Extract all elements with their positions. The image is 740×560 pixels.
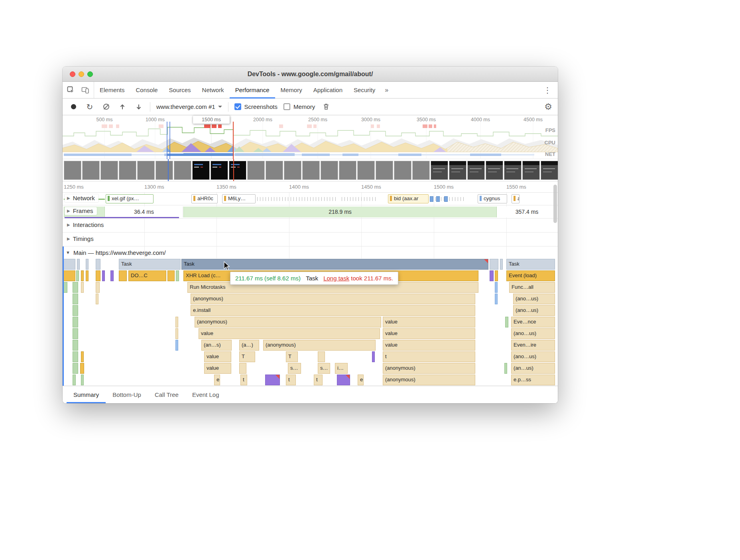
tab-memory[interactable]: Memory bbox=[275, 82, 308, 98]
flame-bar[interactable]: (anonymous) bbox=[195, 317, 381, 327]
network-track[interactable]: ▶ Network xel.gif (px…aHR0cM6Ly…bid (aax… bbox=[63, 193, 558, 205]
load-profile-icon[interactable] bbox=[117, 102, 128, 112]
flame-bar[interactable]: e bbox=[358, 375, 364, 385]
flame-bar[interactable]: (anonymous) bbox=[383, 375, 475, 385]
filmstrip-thumbnail[interactable] bbox=[211, 161, 228, 180]
save-profile-icon[interactable] bbox=[134, 102, 144, 112]
flame-bar[interactable] bbox=[239, 363, 246, 374]
flame-bar[interactable] bbox=[81, 282, 84, 293]
filmstrip-thumbnail[interactable] bbox=[100, 161, 118, 180]
filmstrip-thumbnail[interactable] bbox=[82, 161, 100, 180]
tab-console[interactable]: Console bbox=[130, 82, 163, 98]
tab-application[interactable]: Application bbox=[308, 82, 348, 98]
flame-bar[interactable]: t bbox=[286, 375, 296, 385]
flame-bar[interactable] bbox=[504, 363, 507, 374]
network-request[interactable]: xel.gif (px… bbox=[106, 194, 154, 203]
network-request[interactable]: aHR0c bbox=[191, 194, 218, 203]
flame-bar[interactable] bbox=[318, 351, 325, 362]
flame-bar[interactable] bbox=[63, 270, 75, 281]
filmstrip-thumbnail[interactable] bbox=[541, 161, 558, 180]
flame-bar[interactable] bbox=[73, 340, 78, 351]
flame-bar[interactable] bbox=[110, 270, 114, 281]
clear-recording-icon[interactable] bbox=[101, 102, 111, 112]
frame-block[interactable]: 218.9 ms bbox=[183, 207, 497, 217]
flame-bar[interactable] bbox=[500, 259, 503, 270]
flame-bar[interactable] bbox=[495, 294, 498, 304]
time-ruler[interactable]: 1250 ms1300 ms1350 ms1400 ms1450 ms1500 … bbox=[63, 181, 558, 193]
bottom-tab-event-log[interactable]: Event Log bbox=[185, 386, 226, 403]
filmstrip-thumbnail[interactable] bbox=[522, 161, 540, 180]
flame-bar[interactable] bbox=[96, 270, 100, 281]
filmstrip-thumbnail[interactable] bbox=[394, 161, 411, 180]
filmstrip-thumbnail[interactable] bbox=[321, 161, 338, 180]
flame-bar[interactable] bbox=[490, 270, 494, 281]
filmstrip-thumbnail[interactable] bbox=[412, 161, 430, 180]
flame-bar[interactable] bbox=[167, 270, 175, 281]
flame-bar[interactable] bbox=[81, 270, 84, 281]
filmstrip-thumbnail[interactable] bbox=[284, 161, 301, 180]
flame-bar[interactable] bbox=[372, 351, 375, 362]
flame-bar[interactable] bbox=[495, 282, 498, 293]
filmstrip-thumbnail[interactable] bbox=[504, 161, 522, 180]
more-tabs-chevron[interactable]: » bbox=[381, 82, 392, 98]
flame-bar[interactable] bbox=[73, 328, 78, 339]
garbage-collect-icon[interactable] bbox=[321, 102, 331, 112]
flame-bar[interactable]: DO…C bbox=[128, 270, 166, 281]
flame-bar[interactable]: Func…all bbox=[509, 282, 555, 293]
flame-bar[interactable] bbox=[175, 317, 178, 327]
flame-bar[interactable]: value bbox=[204, 351, 231, 362]
long-task-link[interactable]: Long task bbox=[323, 275, 349, 282]
flame-bar[interactable]: (anonymous) bbox=[383, 363, 475, 374]
memory-checkbox[interactable]: Memory bbox=[283, 103, 315, 110]
bottom-tab-summary[interactable]: Summary bbox=[67, 386, 106, 403]
device-toolbar-icon[interactable] bbox=[80, 85, 91, 95]
flame-bar[interactable]: t bbox=[240, 375, 247, 385]
flame-bar[interactable]: s… bbox=[318, 363, 330, 374]
filmstrip-thumbnail[interactable] bbox=[64, 161, 81, 180]
network-request[interactable]: cygnus bbox=[478, 194, 507, 203]
network-request[interactable]: M6Ly… bbox=[222, 194, 256, 203]
filmstrip-thumbnail[interactable] bbox=[247, 161, 265, 180]
flame-bar[interactable] bbox=[490, 259, 498, 270]
flame-bar[interactable] bbox=[81, 351, 84, 362]
flame-bar[interactable]: value bbox=[383, 317, 475, 327]
bottom-tab-bottom-up[interactable]: Bottom-Up bbox=[106, 386, 148, 403]
filmstrip-thumbnail[interactable] bbox=[174, 161, 191, 180]
flame-bar[interactable]: e.install bbox=[191, 305, 475, 316]
flame-bar[interactable]: value bbox=[383, 340, 475, 351]
filmstrip-thumbnail[interactable] bbox=[486, 161, 503, 180]
flame-bar[interactable] bbox=[76, 270, 79, 281]
flame-bar[interactable] bbox=[119, 270, 127, 281]
flame-bar[interactable]: T bbox=[286, 351, 298, 362]
flame-bar[interactable]: e bbox=[214, 375, 220, 385]
flame-bar[interactable]: Even…ire bbox=[511, 340, 555, 351]
screenshots-checkbox[interactable]: Screenshots bbox=[234, 103, 278, 110]
title-bar[interactable]: DevTools - www.google.com/gmail/about/ bbox=[63, 67, 558, 82]
flame-bar[interactable]: t bbox=[314, 375, 323, 385]
inspect-element-icon[interactable] bbox=[66, 85, 76, 95]
flame-bar[interactable] bbox=[505, 317, 508, 327]
flame-bar[interactable]: Task bbox=[119, 259, 181, 270]
flame-bar[interactable]: (ano…us) bbox=[511, 351, 555, 362]
filmstrip-thumbnail[interactable] bbox=[431, 161, 448, 180]
flame-bar[interactable] bbox=[77, 259, 80, 270]
profile-select[interactable]: www.theverge.com #1 bbox=[156, 103, 222, 110]
filmstrip-thumbnail[interactable] bbox=[357, 161, 375, 180]
flame-bar[interactable]: value bbox=[204, 363, 231, 374]
filmstrip-thumbnail[interactable] bbox=[449, 161, 466, 180]
filmstrip-thumbnail[interactable] bbox=[302, 161, 320, 180]
flame-bar[interactable] bbox=[175, 340, 178, 351]
flame-bar[interactable]: (ano…us) bbox=[513, 305, 555, 316]
flame-bar[interactable] bbox=[265, 375, 280, 385]
flame-bar[interactable]: s… bbox=[288, 363, 301, 374]
tab-sources[interactable]: Sources bbox=[163, 82, 197, 98]
filmstrip-thumbnail[interactable] bbox=[266, 161, 283, 180]
timings-track[interactable]: ▶ Timings bbox=[63, 233, 558, 246]
vertical-scrollbar-thumb[interactable] bbox=[553, 185, 557, 223]
zoom-window-button[interactable] bbox=[87, 71, 93, 77]
flame-bar[interactable]: value bbox=[383, 328, 475, 339]
flame-bar[interactable] bbox=[337, 375, 350, 385]
timeline-overview[interactable]: 500 ms1000 ms1500 ms2000 ms2500 ms3000 m… bbox=[63, 115, 558, 159]
record-button[interactable] bbox=[68, 102, 79, 112]
flame-bar[interactable]: value bbox=[199, 328, 380, 339]
